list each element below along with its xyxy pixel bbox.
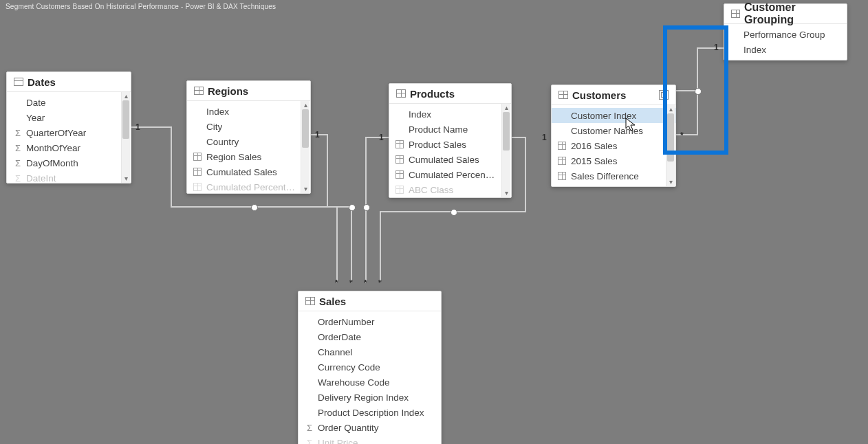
field-row[interactable]: QuarterOfYear bbox=[7, 125, 131, 140]
field-row[interactable]: OrderNumber bbox=[299, 314, 441, 329]
model-canvas[interactable]: Segment Customers Based On Historical Pe… bbox=[0, 0, 868, 444]
table-header[interactable]: Customers bbox=[552, 85, 675, 105]
scroll-down-icon[interactable]: ▾ bbox=[122, 175, 130, 183]
field-row[interactable]: DayOfMonth bbox=[7, 155, 131, 170]
field-row[interactable]: Year bbox=[7, 110, 131, 125]
field-row[interactable]: Region Sales bbox=[187, 149, 310, 164]
table-dates[interactable]: Dates Date Year QuarterOfYear MonthOfYea… bbox=[6, 71, 131, 184]
scroll-up-icon[interactable]: ▴ bbox=[122, 92, 130, 100]
table-products[interactable]: Products Index Product Name Product Sale… bbox=[389, 83, 512, 198]
scroll-down-icon[interactable]: ▾ bbox=[502, 189, 510, 197]
field-row[interactable]: Index bbox=[389, 107, 511, 122]
scroll-thumb[interactable] bbox=[302, 109, 309, 148]
field-row[interactable]: Country bbox=[187, 134, 310, 149]
field-row[interactable]: Cumulated Sales bbox=[187, 164, 310, 179]
cardinality-one: 1 bbox=[542, 133, 547, 142]
field-row[interactable]: Customer Names bbox=[552, 123, 675, 138]
scroll-thumb[interactable] bbox=[122, 100, 129, 139]
sigma-icon bbox=[13, 128, 23, 137]
measure-icon bbox=[193, 183, 202, 191]
field-row[interactable]: Unit Price bbox=[299, 435, 441, 444]
scroll-up-icon[interactable]: ▴ bbox=[502, 104, 510, 112]
relationship-endpoint-dot bbox=[695, 88, 702, 95]
table-icon bbox=[558, 91, 568, 99]
field-row[interactable]: 2016 Sales bbox=[552, 138, 675, 153]
field-row[interactable]: Product Description Index bbox=[299, 405, 441, 420]
field-row[interactable]: ABC Class bbox=[389, 182, 511, 197]
scrollbar[interactable]: ▴ ▾ bbox=[501, 104, 510, 197]
measure-icon bbox=[558, 142, 566, 150]
field-row[interactable]: Order Quantity bbox=[299, 420, 441, 435]
table-customers[interactable]: Customers Customer Index Customer Names … bbox=[551, 85, 676, 187]
scroll-thumb[interactable] bbox=[503, 112, 510, 151]
field-row[interactable]: Product Name bbox=[389, 122, 511, 137]
table-title: Products bbox=[410, 88, 455, 100]
table-title: Customer Grouping bbox=[744, 1, 840, 26]
scrollbar[interactable]: ▴ ▾ bbox=[301, 101, 310, 193]
field-row[interactable]: DateInt bbox=[7, 170, 131, 183]
field-row[interactable]: Delivery Region Index bbox=[299, 390, 441, 405]
field-row[interactable]: Index bbox=[187, 104, 310, 119]
field-row[interactable]: Cumulated Sales bbox=[389, 152, 511, 167]
table-title: Sales bbox=[319, 296, 346, 307]
table-regions[interactable]: Regions Index City Country Region Sales … bbox=[186, 80, 311, 194]
calendar-icon bbox=[14, 78, 23, 86]
field-row[interactable]: City bbox=[187, 119, 310, 134]
measure-icon bbox=[558, 157, 566, 165]
sigma-icon bbox=[13, 158, 23, 168]
field-row[interactable]: Cumulated Percentage bbox=[187, 179, 310, 193]
page-title: Segment Customers Based On Historical Pe… bbox=[6, 3, 276, 10]
measure-icon bbox=[395, 170, 404, 179]
cardinality-many: * bbox=[335, 278, 338, 288]
cardinality-many: * bbox=[378, 278, 382, 288]
cardinality-one: 1 bbox=[135, 122, 140, 132]
field-row[interactable]: Performance Group bbox=[724, 27, 847, 42]
field-row[interactable]: Sales Difference bbox=[552, 168, 675, 184]
table-icon bbox=[305, 297, 315, 305]
relationship-endpoint-dot bbox=[349, 204, 356, 211]
sigma-icon bbox=[305, 438, 314, 444]
field-row[interactable]: Product Sales bbox=[389, 137, 511, 152]
relationship-endpoint-dot bbox=[451, 209, 457, 216]
scrollbar[interactable]: ▴ ▾ bbox=[666, 105, 675, 186]
sigma-icon bbox=[13, 173, 23, 183]
cardinality-many: * bbox=[680, 131, 684, 140]
field-row[interactable]: Index bbox=[724, 42, 847, 57]
cardinality-many: * bbox=[349, 278, 353, 288]
table-header[interactable]: Sales bbox=[299, 291, 441, 311]
table-title: Regions bbox=[208, 85, 248, 97]
measure-icon bbox=[193, 168, 202, 176]
field-row[interactable]: Customer Index bbox=[552, 108, 675, 123]
scroll-down-icon[interactable]: ▾ bbox=[666, 178, 675, 186]
measure-icon bbox=[395, 140, 404, 148]
measure-icon bbox=[193, 153, 202, 161]
cardinality-one: 1 bbox=[714, 43, 719, 52]
field-row[interactable]: MonthOfYear bbox=[7, 140, 131, 155]
field-row[interactable]: Currency Code bbox=[299, 359, 441, 375]
measure-icon bbox=[395, 155, 404, 164]
table-icon bbox=[731, 10, 740, 18]
cardinality-one: 1 bbox=[379, 133, 384, 142]
table-header[interactable]: Dates bbox=[7, 72, 131, 92]
field-row[interactable]: Date bbox=[7, 95, 131, 110]
scroll-up-icon[interactable]: ▴ bbox=[301, 101, 310, 109]
table-icon bbox=[194, 87, 204, 95]
scroll-down-icon[interactable]: ▾ bbox=[301, 185, 310, 193]
field-row[interactable]: Warehouse Code bbox=[299, 375, 441, 390]
cardinality-many: * bbox=[364, 278, 367, 288]
field-row[interactable]: Cumulated Percentage bbox=[389, 167, 511, 182]
scrollbar[interactable]: ▴ ▾ bbox=[121, 92, 130, 183]
table-header[interactable]: Regions bbox=[187, 81, 310, 101]
table-customer-grouping[interactable]: Customer Grouping Performance Group Inde… bbox=[724, 3, 847, 60]
cardinality-one: 1 bbox=[315, 130, 320, 140]
field-row[interactable]: OrderDate bbox=[299, 329, 441, 344]
table-sales[interactable]: Sales OrderNumber OrderDate Channel Curr… bbox=[298, 291, 442, 444]
scroll-up-icon[interactable]: ▴ bbox=[666, 105, 675, 113]
scroll-thumb[interactable] bbox=[667, 113, 674, 162]
field-row[interactable]: 2015 Sales bbox=[552, 153, 675, 168]
relationship-endpoint-dot bbox=[251, 204, 258, 211]
table-header[interactable]: Products bbox=[389, 84, 511, 104]
table-header[interactable]: Customer Grouping bbox=[724, 4, 847, 24]
table-title: Customers bbox=[572, 89, 626, 101]
field-row[interactable]: Channel bbox=[299, 344, 441, 359]
